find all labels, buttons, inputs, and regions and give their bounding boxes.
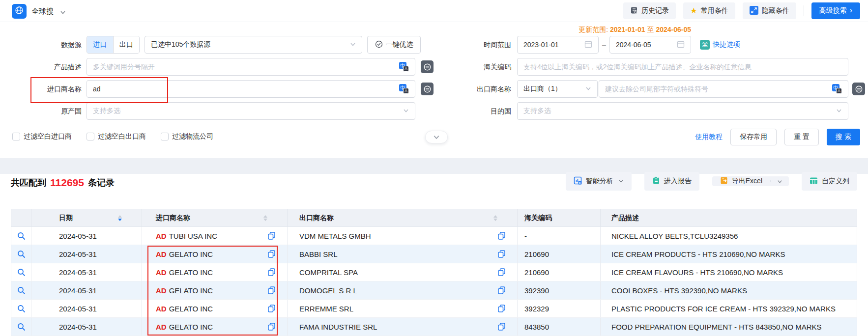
exporter-name: DOMOGEL S R L bbox=[299, 286, 357, 295]
exclude-filter-icon[interactable] bbox=[421, 60, 434, 73]
history-button[interactable]: 历史记录 bbox=[623, 2, 676, 19]
match-count: 112695 bbox=[50, 177, 84, 189]
search-button[interactable]: 搜 索 bbox=[827, 129, 860, 145]
cell-date: 2024-05-31 bbox=[31, 281, 142, 299]
magnifier-icon[interactable] bbox=[17, 268, 26, 277]
custom-columns-button[interactable]: 自定义列 bbox=[802, 172, 857, 191]
cell-date: 2024-05-31 bbox=[31, 227, 142, 245]
smart-analysis-button[interactable]: BI 智能分析 bbox=[566, 172, 632, 191]
bi-chart-icon: BI bbox=[574, 176, 582, 186]
data-source-select[interactable]: 已选中105个数据源 bbox=[145, 36, 362, 54]
row-detail-cell bbox=[11, 281, 31, 299]
copy-icon[interactable] bbox=[498, 268, 505, 276]
date-end-input[interactable]: 2024-06-05 bbox=[609, 36, 691, 54]
tab-export[interactable]: 出口 bbox=[113, 36, 140, 53]
header-description: 产品描述 bbox=[601, 209, 857, 226]
hs-code-input[interactable] bbox=[523, 63, 842, 71]
magnifier-icon[interactable] bbox=[17, 323, 26, 331]
cell-importer: ADGELATO INC bbox=[142, 300, 288, 317]
translate-icon[interactable]: 中A bbox=[832, 84, 842, 94]
exporter-type-value: 出口商（1） bbox=[523, 84, 585, 93]
topbar-divider bbox=[804, 5, 804, 16]
importer-name: TUBI USA INC bbox=[169, 232, 217, 240]
importer-name-label: 进口商名称 bbox=[20, 80, 82, 98]
hs-code-label: 海关编码 bbox=[442, 58, 511, 76]
importer-keyword-highlight: AD bbox=[156, 286, 167, 295]
one-click-optimize-label: 一键优选 bbox=[386, 40, 413, 49]
advanced-search-button[interactable]: 高级搜索 › bbox=[811, 2, 860, 19]
table-row: 2024-05-31ADGELATO INCERREMME SRL392329P… bbox=[11, 300, 857, 318]
date-start-input[interactable]: 2023-01-01 bbox=[517, 36, 599, 54]
enter-report-button[interactable]: 进入报告 bbox=[644, 172, 699, 191]
checkbox-label: 过滤空白出口商 bbox=[98, 132, 146, 141]
tutorial-link[interactable]: 使用教程 bbox=[695, 133, 723, 141]
magnifier-icon[interactable] bbox=[17, 286, 26, 295]
export-excel-button[interactable]: 导出Excel bbox=[712, 176, 770, 186]
copy-icon[interactable] bbox=[268, 268, 275, 276]
save-favorite-button[interactable]: 保存常用 bbox=[730, 129, 777, 145]
translate-icon[interactable]: 中A bbox=[399, 62, 409, 72]
checkbox-icon bbox=[87, 133, 94, 140]
product-desc-input[interactable] bbox=[93, 63, 399, 71]
cell-importer: ADGELATO INC bbox=[142, 263, 288, 281]
copy-icon[interactable] bbox=[268, 250, 275, 258]
exporter-type-select[interactable]: 出口商（1） bbox=[517, 80, 598, 98]
importer-keyword-highlight: AD bbox=[156, 232, 167, 240]
copy-icon[interactable] bbox=[268, 232, 275, 240]
one-click-optimize-button[interactable]: 一键优选 bbox=[367, 36, 421, 54]
date-range-separator: – bbox=[601, 36, 608, 54]
sort-desc-icon bbox=[118, 219, 122, 221]
copy-icon[interactable] bbox=[268, 286, 275, 294]
exporter-name-field: 中A bbox=[599, 80, 848, 98]
hide-conditions-button[interactable]: 隐藏条件 bbox=[743, 2, 796, 19]
sort-importer[interactable] bbox=[263, 215, 267, 221]
star-icon: ★ bbox=[690, 7, 697, 15]
excel-export-icon bbox=[720, 176, 728, 186]
importer-name-input[interactable] bbox=[93, 85, 399, 93]
copy-icon[interactable] bbox=[498, 305, 505, 312]
magnifier-icon[interactable] bbox=[17, 305, 26, 313]
favorites-button[interactable]: ★ 常用条件 bbox=[683, 2, 735, 19]
translate-icon[interactable]: 中A bbox=[399, 84, 409, 94]
collapse-form-button[interactable] bbox=[425, 131, 448, 143]
cell-importer: ADTUBI USA INC bbox=[142, 227, 288, 245]
importer-name-field: 中A bbox=[87, 80, 415, 98]
quick-options-link[interactable]: ⌘ 快捷选项 bbox=[700, 40, 740, 50]
copy-icon[interactable] bbox=[498, 232, 505, 240]
app-logo[interactable] bbox=[12, 4, 27, 19]
export-more-button[interactable] bbox=[771, 176, 789, 186]
cell-exporter: ERREMME SRL bbox=[288, 300, 518, 317]
magnifier-icon[interactable] bbox=[17, 250, 26, 258]
destination-country-label: 目的国 bbox=[442, 102, 511, 120]
header-exporter: 出口商名称 bbox=[288, 209, 518, 226]
cell-date: 2024-05-31 bbox=[31, 318, 142, 336]
table-row: 2024-05-31ADGELATO INCCOMPRITAL SPA21069… bbox=[11, 263, 857, 281]
checkbox-filter-blank-importer[interactable]: 过滤空白进口商 bbox=[12, 132, 72, 141]
custom-columns-label: 自定义列 bbox=[822, 177, 849, 186]
copy-icon[interactable] bbox=[498, 286, 505, 294]
report-clipboard-icon bbox=[652, 176, 660, 186]
exclude-filter-icon[interactable] bbox=[852, 83, 865, 95]
magnifier-icon[interactable] bbox=[17, 232, 26, 240]
copy-icon[interactable] bbox=[498, 250, 505, 258]
row-detail-cell bbox=[11, 227, 31, 245]
checkbox-filter-logistics[interactable]: 过滤物流公司 bbox=[161, 132, 213, 141]
copy-icon[interactable] bbox=[268, 323, 275, 331]
sort-date[interactable] bbox=[118, 215, 122, 221]
checkbox-label: 过滤空白进口商 bbox=[24, 132, 72, 141]
sort-exporter[interactable] bbox=[493, 215, 497, 221]
destination-country-select[interactable]: 支持多选 bbox=[517, 102, 848, 120]
copy-icon[interactable] bbox=[268, 305, 275, 312]
importer-keyword-highlight: AD bbox=[156, 250, 167, 258]
reset-button[interactable]: 重 置 bbox=[784, 129, 819, 145]
copy-icon[interactable] bbox=[498, 323, 505, 331]
tab-import[interactable]: 进口 bbox=[87, 36, 113, 53]
exporter-name-input[interactable] bbox=[605, 85, 832, 93]
importer-name: GELATO INC bbox=[169, 305, 213, 313]
exclude-filter-icon[interactable] bbox=[421, 83, 434, 95]
table-row: 2024-05-31ADGELATO INCFAMA INDUSTRIE SRL… bbox=[11, 318, 857, 336]
title-chevron-down-icon[interactable] bbox=[60, 8, 66, 17]
sort-asc-icon bbox=[493, 215, 497, 218]
origin-country-select[interactable]: 支持多选 bbox=[87, 102, 415, 120]
checkbox-filter-blank-exporter[interactable]: 过滤空白出口商 bbox=[87, 132, 146, 141]
